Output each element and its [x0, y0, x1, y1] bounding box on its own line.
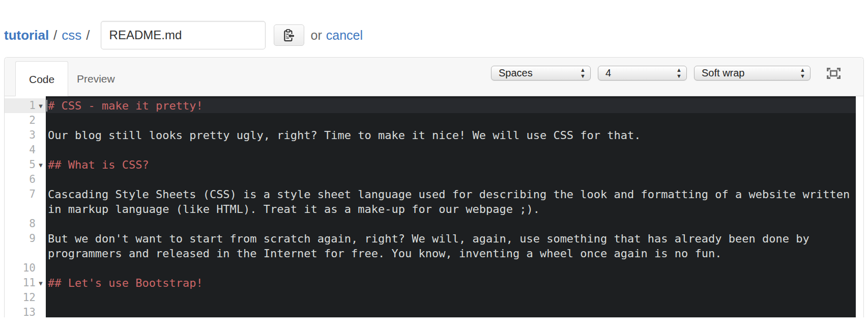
- gutter-cell: 8: [5, 217, 46, 231]
- editor-right-margin: [856, 290, 863, 305]
- file-editor-panel: Code Preview Spaces ▲▼ 4 ▲▼ Soft wrap ▲▼: [4, 57, 864, 317]
- code-line-text[interactable]: [46, 261, 856, 276]
- clipboard-paste-icon: [282, 29, 296, 42]
- or-text: or: [311, 28, 322, 43]
- editor-right-margin: [856, 128, 863, 143]
- editor-right-margin: [856, 187, 863, 217]
- text-cursor: [46, 100, 47, 112]
- filename-input[interactable]: [101, 21, 266, 49]
- breadcrumb: tutorial / css / or cancel: [0, 0, 868, 57]
- fold-arrow-icon[interactable]: ▾: [36, 157, 46, 172]
- breadcrumb-repo-link[interactable]: tutorial: [4, 28, 49, 43]
- screen-full-icon: [827, 68, 841, 79]
- indent-size-select[interactable]: 4 ▲▼: [598, 66, 687, 80]
- line-number: 5: [5, 157, 36, 172]
- code-line-text[interactable]: ## What is CSS?: [46, 157, 856, 172]
- cancel-link[interactable]: cancel: [326, 28, 363, 43]
- editor-right-margin: [856, 261, 863, 276]
- line-number: 9: [5, 231, 36, 246]
- code-line-text[interactable]: [46, 290, 856, 305]
- editor-line: 13: [5, 305, 863, 317]
- editor-line: 10: [5, 261, 863, 276]
- breadcrumb-folder-link[interactable]: css: [62, 28, 81, 43]
- editor-line: 8: [5, 217, 863, 231]
- breadcrumb-separator: /: [86, 28, 90, 43]
- line-number: 13: [5, 305, 36, 317]
- code-line-text[interactable]: ## Let's use Bootstrap!: [46, 276, 856, 290]
- editor-line: 5▾## What is CSS?: [5, 157, 863, 172]
- paste-filename-button[interactable]: [274, 24, 304, 46]
- editor-line: 7Cascading Style Sheets (CSS) is a style…: [5, 187, 863, 217]
- indent-mode-select[interactable]: Spaces ▲▼: [491, 66, 591, 80]
- gutter-cell: 6: [5, 172, 46, 187]
- code-line-text[interactable]: But we don't want to start from scratch …: [46, 231, 856, 261]
- gutter-cell: 12: [5, 290, 46, 305]
- editor-right-margin: [856, 143, 863, 157]
- editor-line: 2: [5, 113, 863, 128]
- gutter-cell: 10: [5, 261, 46, 276]
- code-line-text[interactable]: [46, 143, 856, 157]
- line-number: 8: [5, 217, 36, 231]
- line-number: 1: [5, 98, 36, 113]
- code-line-text[interactable]: Cascading Style Sheets (CSS) is a style …: [46, 187, 856, 217]
- wrap-mode-select[interactable]: Soft wrap ▲▼: [694, 66, 811, 80]
- select-arrows-icon: ▲▼: [800, 67, 805, 79]
- line-number: 11: [5, 276, 36, 290]
- select-arrows-icon: ▲▼: [676, 67, 682, 79]
- editor-right-margin: [856, 172, 863, 187]
- code-editor: 1▾# CSS - make it pretty!23Our blog stil…: [5, 96, 863, 317]
- fold-arrow-icon[interactable]: ▾: [36, 98, 46, 113]
- wrap-mode-value: Soft wrap: [702, 67, 744, 79]
- line-number: 10: [5, 261, 36, 276]
- gutter-cell: 5▾: [5, 157, 46, 172]
- tab-code[interactable]: Code: [15, 61, 68, 96]
- code-line-text[interactable]: [46, 305, 856, 317]
- editor-right-margin: [856, 98, 863, 113]
- editor-toolbar: Code Preview Spaces ▲▼ 4 ▲▼ Soft wrap ▲▼: [5, 58, 863, 96]
- line-number: 2: [5, 113, 36, 128]
- editor-right-margin: [856, 231, 863, 261]
- editor-right-margin: [856, 305, 863, 317]
- line-number: 12: [5, 290, 36, 305]
- gutter-cell: 1▾: [5, 98, 46, 113]
- line-number: 4: [5, 143, 36, 157]
- select-arrows-icon: ▲▼: [580, 67, 586, 79]
- line-number: 6: [5, 172, 36, 187]
- breadcrumb-separator: /: [53, 28, 57, 43]
- code-line-text[interactable]: [46, 172, 856, 187]
- editor-right-margin: [856, 217, 863, 231]
- gutter-cell: 2: [5, 113, 46, 128]
- gutter-cell: 9: [5, 231, 46, 261]
- indent-mode-value: Spaces: [499, 67, 533, 79]
- editor-line: 1▾# CSS - make it pretty!: [5, 98, 863, 113]
- editor-line: 6: [5, 172, 863, 187]
- code-line-text[interactable]: [46, 217, 856, 231]
- gutter-cell: 3: [5, 128, 46, 143]
- fold-arrow-icon[interactable]: ▾: [36, 276, 46, 290]
- gutter-cell: 4: [5, 143, 46, 157]
- fullscreen-button[interactable]: [827, 68, 841, 79]
- gutter-cell: 7: [5, 187, 46, 217]
- line-number: 7: [5, 187, 36, 202]
- editor-right-margin: [856, 276, 863, 290]
- editor-right-margin: [856, 113, 863, 128]
- tab-preview[interactable]: Preview: [64, 61, 128, 96]
- gutter-cell: 11▾: [5, 276, 46, 290]
- line-number: 3: [5, 128, 36, 143]
- editor-line: 11▾## Let's use Bootstrap!: [5, 276, 863, 290]
- gutter-cell: 13: [5, 305, 46, 317]
- indent-size-value: 4: [605, 67, 611, 79]
- editor-right-margin: [856, 157, 863, 172]
- code-line-text[interactable]: [46, 113, 856, 128]
- editor-line: 4: [5, 143, 863, 157]
- editor-line: 9But we don't want to start from scratch…: [5, 231, 863, 261]
- editor-line: 12: [5, 290, 863, 305]
- code-line-text[interactable]: Our blog still looks pretty ugly, right?…: [46, 128, 856, 143]
- code-line-text[interactable]: # CSS - make it pretty!: [46, 98, 856, 113]
- editor-line: 3Our blog still looks pretty ugly, right…: [5, 128, 863, 143]
